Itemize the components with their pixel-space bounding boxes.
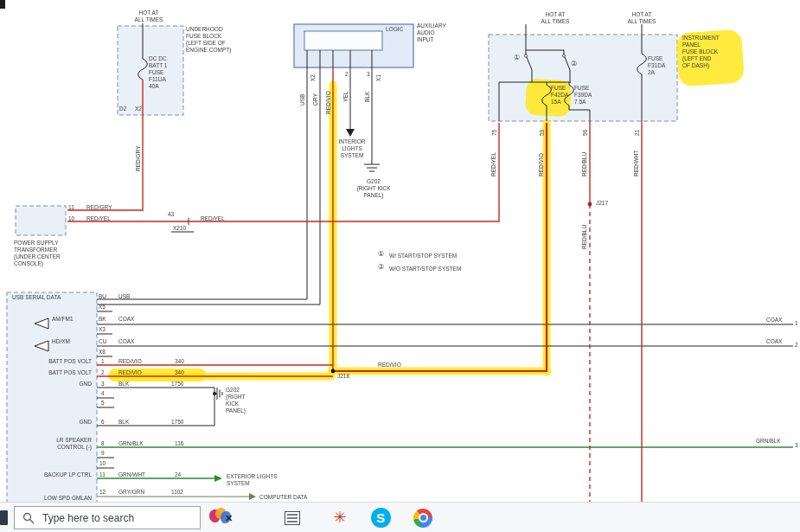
hot-at-label-2: HOT AT ALL TIMES: [533, 11, 578, 25]
circuit-number: 1750: [171, 381, 183, 388]
circuit-number: 340: [175, 369, 184, 376]
wire-color-label: COAX: [118, 338, 134, 345]
circuit-number: 340: [175, 358, 184, 365]
row-label: BATT POS VOLT: [24, 369, 92, 376]
wire-color-label: BLK: [118, 419, 129, 426]
start-button[interactable]: [0, 510, 8, 525]
legend-text-2: W/O START/STOP SYSTEM: [389, 266, 461, 272]
search-icon: [22, 512, 35, 524]
fuse-f39da-label: FUSE F39DA 7.5A: [574, 85, 592, 106]
skype-icon[interactable]: [367, 503, 394, 532]
wire-color-label: USB: [118, 293, 130, 300]
connector-x210-label: X210: [173, 225, 186, 232]
pin-number: 2: [101, 369, 105, 376]
aux-audio-input-callout: AUXILIARY AUDIO INPUT: [417, 22, 446, 43]
page-ref-1: 1: [795, 320, 798, 327]
row-label: USB SERIAL DATA: [12, 294, 61, 301]
pinwheel-glyph: [333, 510, 346, 526]
desktop-screen: HOT AT ALL TIMES UNDERHOOD FUSE BLOCK (L…: [0, 0, 800, 532]
row-label: BACKUP LP CTRL: [24, 471, 92, 478]
splice-43-label: 43: [168, 211, 174, 218]
fuse-f11ua-label: DC DC BATT 1 FUSE F11UA 40A: [149, 55, 167, 90]
pin-59-label: 59: [539, 130, 545, 136]
wire-color-label: RED/VIO: [118, 369, 142, 376]
ground-junction-dot: [213, 392, 216, 395]
legend-symbol-1: ①: [378, 251, 384, 258]
instrument-panel-fuse-block-box: [489, 35, 677, 121]
row-label: GND: [24, 419, 92, 426]
power-supply-transformer-callout: POWER SUPPLY TRANSFORMER (UNDER CENTER C…: [14, 240, 61, 267]
skype-glyph: [371, 508, 391, 528]
wire-color-label: COAX: [118, 316, 134, 323]
chrome-glyph: [413, 509, 432, 528]
page-ref-2: 2: [795, 342, 798, 349]
row-label: LR SPEAKER CONTROL (-): [24, 437, 92, 451]
j218-splice-dot: [331, 369, 336, 374]
legend-symbol-2: ②: [378, 264, 384, 271]
grn-blk-label: GRN/BLK: [756, 438, 781, 445]
circuit-number: 1102: [171, 489, 183, 496]
logic-label: LOGIC: [386, 26, 403, 33]
wire-label-red-vio: RED/VIO: [325, 91, 331, 114]
wire-label-usb: USB: [299, 94, 305, 106]
pinwheel-icon[interactable]: [326, 503, 354, 532]
wire-label-red-vio-mid: RED/VIO: [378, 362, 401, 369]
wire-label-red-gry: RED/GRY: [135, 146, 141, 172]
wire-label-red-blu-vert: RED/BLU: [581, 152, 587, 176]
row-label: GND: [24, 381, 92, 388]
wire-label-red-wht-vert: RED/WHT: [633, 151, 639, 176]
connector-x1-aux-label: X1: [375, 74, 381, 81]
task-view-icon[interactable]: [278, 503, 306, 532]
red-wires: [67, 67, 642, 502]
circuit-number: 1750: [171, 419, 183, 426]
paint-palette-icon[interactable]: [208, 503, 235, 532]
circuit-number: 116: [175, 440, 183, 447]
taskbar: Type here to search: [0, 502, 800, 532]
pin-number: BK: [99, 316, 106, 323]
pin-number: 5: [101, 400, 105, 407]
switch-1-symbol: ①: [514, 54, 520, 61]
exterior-lights-arrow: [214, 475, 222, 482]
connector-x2-label: X2: [135, 106, 142, 112]
j217-splice-label: J217: [596, 200, 608, 207]
exterior-lights-system-label: EXTERIOR LIGHTS SYSTEM: [227, 473, 278, 487]
connector-label: X3: [99, 326, 106, 333]
wire-color-label: RED/VIO: [118, 358, 142, 365]
wiring-diagram: HOT AT ALL TIMES UNDERHOOD FUSE BLOCK (L…: [0, 0, 800, 502]
row-label: BATT POS VOLT: [24, 358, 92, 365]
pin-number: 9: [101, 450, 105, 457]
computer-data-arrow: [249, 493, 256, 500]
hot-at-label: HOT AT ALL TIMES: [126, 10, 171, 23]
pin-number: 4: [101, 390, 105, 397]
row-label: AM/FM1: [52, 316, 74, 323]
wire-label-yel: YEL: [342, 92, 349, 102]
wire-label-red-gry-2: RED/GRY: [86, 204, 112, 211]
row-label: HD/XM: [52, 338, 70, 345]
search-placeholder-text: Type here to search: [42, 512, 134, 524]
underhood-fuse-block-callout: UNDERHOOD FUSE BLOCK (LEFT SIDE OF ENGIN…: [186, 26, 231, 54]
pin-number: 3: [101, 381, 105, 388]
pin-number: 12: [99, 489, 106, 496]
j217-splice-dot: [588, 202, 592, 207]
pin-number: 1: [101, 358, 105, 365]
connector-label: X5: [99, 304, 106, 311]
wire-label-red-yel-vert: RED/YEL: [490, 152, 496, 176]
black-wires: [97, 23, 793, 468]
wire-color-label: BLK: [118, 381, 129, 388]
interior-lights-arrow: [346, 129, 355, 137]
wire-label-red-blu-vert-2: RED/BLU: [581, 225, 587, 249]
j218-splice-label: J218: [337, 373, 349, 380]
pin-21-label: 21: [634, 130, 640, 136]
fuse-f31da-label: FUSE F31DA 2A: [648, 55, 665, 76]
chrome-hub: [419, 513, 428, 522]
pin-75-label: 75: [491, 130, 497, 136]
pin-number: 6: [101, 419, 105, 426]
highlighted-red-vio-wire: [333, 123, 547, 371]
pin-10-label: 10: [68, 215, 74, 222]
interior-lights-system-label: INTERIOR LIGHTS SYSTEM: [332, 138, 372, 159]
screen-edge-artifact: [0, 0, 5, 9]
taskbar-search[interactable]: Type here to search: [14, 506, 201, 529]
chrome-icon[interactable]: [409, 503, 437, 532]
fuse-f42da-label: FUSE F42DA 15A: [551, 85, 568, 106]
pin-56-label: 56: [582, 130, 588, 136]
